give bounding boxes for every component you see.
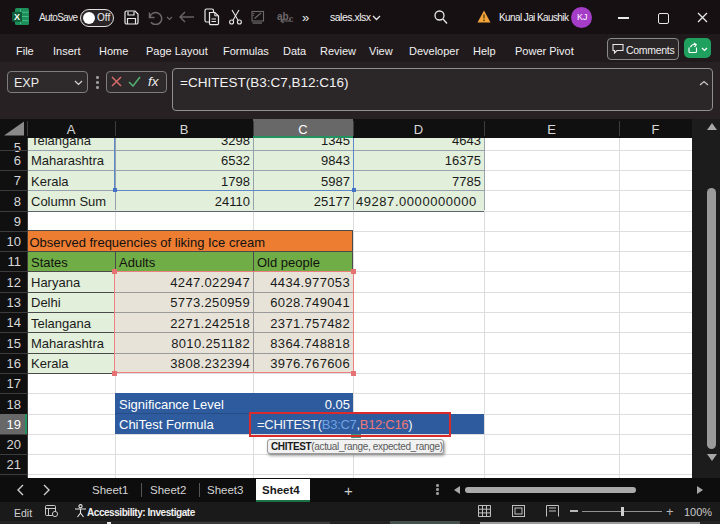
svg-text:X: X	[14, 12, 20, 22]
